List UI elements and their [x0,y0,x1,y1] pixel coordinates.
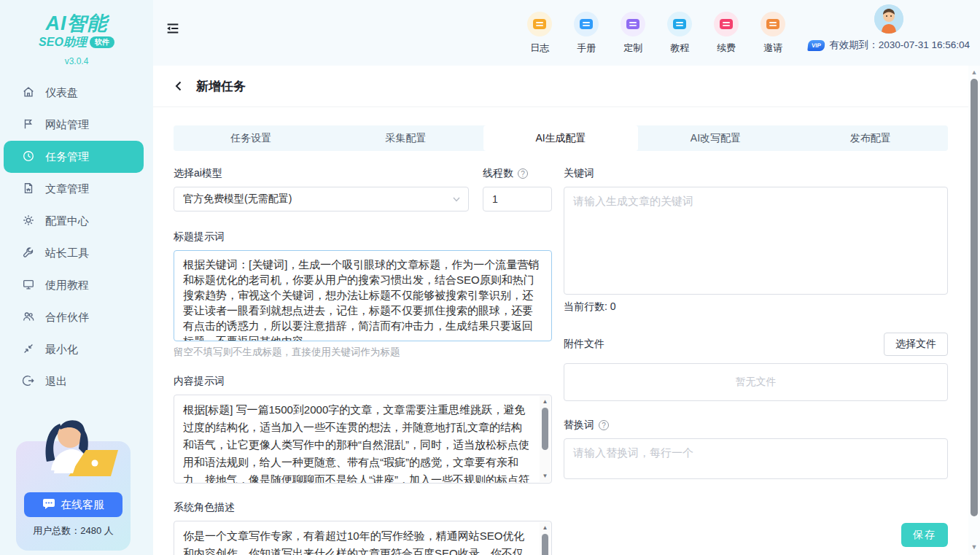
app-window: AI智能 SEO助理软件 v3.0.4 仪表盘 网站管理 任务管理 文章管理 [0,0,980,555]
sidebar-collapse-button[interactable] [165,20,181,39]
tab-collect-config[interactable]: 采集配置 [328,125,483,151]
log-icon [527,12,552,36]
choose-file-button[interactable]: 选择文件 [884,333,948,356]
topbar-link-tutorial[interactable]: 教程 [664,12,696,55]
system-role-text: 你是一个文章写作专家，有着超过10年的写作经验，精通网站SEO优化和内容创作，你… [174,521,551,555]
monitor-icon [22,278,35,293]
sidebar-item-tutorials[interactable]: 使用教程 [0,269,153,301]
sidebar-item-label: 使用教程 [45,279,89,292]
scrollbar-thumb[interactable] [971,79,978,516]
sidebar-item-websites[interactable]: 网站管理 [0,109,153,141]
help-icon[interactable]: ? [599,420,609,430]
topbar-link-manual[interactable]: 手册 [570,12,602,55]
line-count: 当前行数: 0 [564,300,948,314]
textarea-scrollbar[interactable]: ▲ [540,522,551,555]
main-scrollbar[interactable]: ▲ ▼ [968,66,980,555]
system-role-label: 系统角色描述 [174,501,552,514]
topbar-link-invite[interactable]: 邀请 [757,12,789,55]
ai-model-value: 官方免费模型(无需配置) [183,193,292,206]
logo-text-line1: AI智能 [0,10,153,36]
task-form: 任务设置 采集配置 AI生成配置 AI改写配置 发布配置 选择ai模型 [153,107,968,555]
tab-bar: 任务设置 采集配置 AI生成配置 AI改写配置 发布配置 [174,125,948,151]
sidebar: AI智能 SEO助理软件 v3.0.4 仪表盘 网站管理 任务管理 文章管理 [0,0,153,555]
tab-publish-config[interactable]: 发布配置 [793,125,948,151]
save-button[interactable]: 保存 [901,523,948,547]
vip-badge-icon: VIP [807,40,825,51]
sidebar-item-dashboard[interactable]: 仪表盘 [0,77,153,109]
replace-words-label: 替换词? [564,419,948,432]
sidebar-item-label: 站长工具 [45,247,89,260]
page-title: 新增任务 [196,78,246,95]
app-logo: AI智能 SEO助理软件 v3.0.4 [0,0,153,66]
topbar-link-log[interactable]: 日志 [524,12,556,55]
content-prompt-text: 根据[标题] 写一篇1500到2000字的文章，文章需要注重思维跳跃，避免过度的… [174,395,551,484]
sidebar-item-logout[interactable]: 退出 [0,365,153,397]
invite-icon [761,12,785,36]
tab-ai-rewrite-config[interactable]: AI改写配置 [638,125,793,151]
home-icon [22,85,35,101]
user-avatar[interactable] [874,4,903,34]
account-area: VIP 有效期到：2030-07-31 16:56:04 [808,4,970,52]
gear-icon [22,214,35,229]
textarea-scrollbar[interactable]: ▲▼ [540,396,551,482]
content-panel: 新增任务 任务设置 采集配置 AI生成配置 AI改写配置 发布配置 [153,66,968,555]
online-service-label: 在线客服 [61,498,104,512]
sidebar-item-webmaster-tools[interactable]: 站长工具 [0,237,153,269]
minimize-icon [22,342,35,357]
topbar-quick-links: 日志 手册 定制 教程 续费 [524,12,789,55]
logo-seo-text: SEO助理 [39,36,87,48]
sidebar-item-label: 合作伙伴 [45,311,89,325]
sidebar-item-tasks[interactable]: 任务管理 [4,141,144,173]
renew-icon [714,12,739,36]
flag-icon [22,117,35,133]
chat-bubble-icon [42,498,55,512]
attachment-label: 附件文件 [564,338,604,351]
sidebar-item-label: 最小化 [45,343,78,357]
topbar-link-label: 定制 [623,42,642,55]
sidebar-menu: 仪表盘 网站管理 任务管理 文章管理 配置中心 站长工具 [0,77,153,397]
content-prompt-label: 内容提示词 [174,375,552,388]
replace-words-textarea[interactable] [564,438,948,479]
content-prompt-textarea[interactable]: 根据[标题] 写一篇1500到2000字的文章，文章需要注重思维跳跃，避免过度的… [174,395,552,484]
keywords-textarea[interactable] [564,187,948,295]
title-prompt-textarea[interactable]: 根据关键词：[关键词]，生成一个吸引眼球的文章标题，作为一个流量营销和标题优化的… [174,250,552,341]
topbar-link-renew[interactable]: 续费 [710,12,742,55]
ai-model-label: 选择ai模型 [174,167,469,180]
app-version: v3.0.4 [0,56,153,66]
ai-model-select[interactable]: 官方免费模型(无需配置) [174,187,469,211]
keywords-label: 关键词 [564,167,948,180]
support-agent-illustration [22,415,124,493]
user-count: 用户总数：2480 人 [16,524,131,537]
logout-icon [22,374,35,389]
help-icon[interactable]: ? [518,168,528,179]
title-prompt-label: 标题提示词 [174,230,552,244]
no-file-text: 暂无文件 [736,376,777,389]
back-button[interactable] [173,80,184,92]
sidebar-item-label: 文章管理 [45,182,89,196]
sidebar-item-label: 网站管理 [45,118,89,132]
topbar-link-label: 续费 [717,42,736,55]
sidebar-item-config[interactable]: 配置中心 [0,205,153,237]
logo-text-line2: SEO助理软件 [0,35,153,50]
customer-service-card: 在线客服 用户总数：2480 人 [16,441,131,551]
sidebar-item-label: 配置中心 [45,214,89,228]
online-service-button[interactable]: 在线客服 [24,492,122,517]
attachment-dropzone[interactable]: 暂无文件 [564,363,948,401]
scroll-down-arrow-icon[interactable]: ▼ [968,543,980,551]
sidebar-item-partners[interactable]: 合作伙伴 [0,301,153,333]
system-role-textarea[interactable]: 你是一个文章写作专家，有着超过10年的写作经验，精通网站SEO优化和内容创作，你… [174,521,552,555]
topbar-link-label: 手册 [577,42,596,55]
topbar-link-label: 教程 [670,42,689,55]
sidebar-item-minimize[interactable]: 最小化 [0,333,153,365]
title-prompt-hint: 留空不填写则不生成标题，直接使用关键词作为标题 [174,346,552,359]
topbar-link-custom[interactable]: 定制 [617,12,649,55]
page-header: 新增任务 [153,66,968,107]
sidebar-item-articles[interactable]: 文章管理 [0,173,153,205]
threads-input[interactable] [483,187,552,211]
tab-ai-generate-config[interactable]: AI生成配置 [483,125,638,151]
tab-task-settings[interactable]: 任务设置 [174,125,328,151]
scroll-up-arrow-icon[interactable]: ▲ [968,69,980,76]
sidebar-item-label: 仪表盘 [45,86,78,100]
partners-icon [22,310,35,325]
tutorial-icon [667,12,692,36]
